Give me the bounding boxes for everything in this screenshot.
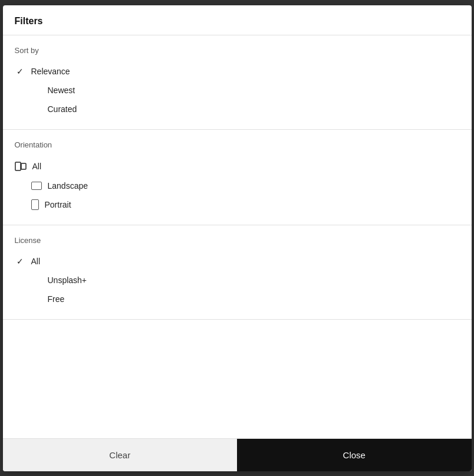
orientation-portrait[interactable]: ✓ Portrait [15, 195, 460, 214]
landscape-icon [31, 182, 42, 190]
sort-by-section: Sort by ✓ Relevance ✓ Newest ✓ Curated [3, 35, 472, 130]
license-free[interactable]: ✓ Free [15, 290, 460, 308]
modal-title: Filters [15, 16, 43, 26]
license-all-check-icon: ✓ [15, 256, 25, 267]
license-all-label: All [31, 257, 41, 266]
modal-overlay: Filters Sort by ✓ Relevance ✓ Newest ✓ C… [0, 0, 474, 476]
license-section: License ✓ All ✓ Unsplash+ ✓ Free [3, 225, 472, 320]
svg-rect-0 [15, 162, 21, 170]
modal-header: Filters [3, 5, 472, 35]
portrait-label: Portrait [45, 200, 71, 209]
orientation-all-label: All [32, 162, 42, 171]
landscape-label: Landscape [48, 181, 88, 191]
free-label: Free [48, 294, 65, 304]
curated-label: Curated [48, 104, 77, 114]
license-unsplash-plus[interactable]: ✓ Unsplash+ [15, 271, 460, 290]
close-button[interactable]: Close [237, 439, 472, 471]
filters-modal: Filters Sort by ✓ Relevance ✓ Newest ✓ C… [3, 5, 472, 471]
modal-footer: Clear Close [3, 438, 472, 471]
license-all[interactable]: ✓ All [15, 252, 460, 271]
orientation-section: Orientation All ✓ Landscape [3, 130, 472, 225]
modal-body: Sort by ✓ Relevance ✓ Newest ✓ Curated O… [3, 35, 472, 438]
sort-curated[interactable]: ✓ Curated [15, 100, 460, 119]
sort-relevance[interactable]: ✓ Relevance [15, 62, 460, 81]
svg-rect-1 [21, 163, 26, 169]
portrait-icon [31, 199, 39, 210]
relevance-check-icon: ✓ [15, 66, 25, 77]
license-label: License [15, 236, 460, 245]
sort-newest[interactable]: ✓ Newest [15, 81, 460, 100]
relevance-label: Relevance [31, 67, 70, 76]
unsplash-plus-label: Unsplash+ [48, 275, 87, 285]
newest-label: Newest [48, 86, 75, 95]
clear-button[interactable]: Clear [3, 439, 238, 471]
orientation-all-icon [15, 160, 27, 172]
orientation-label: Orientation [15, 140, 460, 149]
sort-by-label: Sort by [15, 46, 460, 55]
orientation-landscape[interactable]: ✓ Landscape [15, 176, 460, 195]
orientation-all[interactable]: All [15, 156, 460, 176]
